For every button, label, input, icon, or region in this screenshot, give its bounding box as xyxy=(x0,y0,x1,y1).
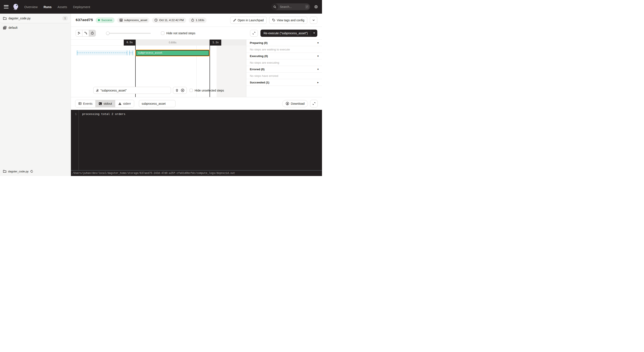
search-icon xyxy=(271,3,278,10)
log-fullscreen-button[interactable] xyxy=(310,100,318,107)
nav-link-runs[interactable]: Runs xyxy=(44,5,52,9)
panel-section-preparing[interactable]: Preparing (0) ▾ xyxy=(246,39,322,46)
gantt-section: 0.606s 0.5s 1.1s subprocess_asset xyxy=(71,39,322,97)
status-dot-icon xyxy=(98,19,100,21)
duration-tag: 1.163s xyxy=(189,17,207,23)
panel-section-succeeded[interactable]: Succeeded (1) ▸ xyxy=(246,79,322,86)
download-button[interactable]: Download xyxy=(282,100,308,107)
gantt-viewport[interactable]: 0.606s 0.5s 1.1s subprocess_asset xyxy=(71,39,246,97)
caret-down-icon: ▾ xyxy=(317,41,318,44)
events-table-icon xyxy=(78,102,82,105)
log-tabs-row: Events stdout stderr subprocess_asset Do… xyxy=(71,97,322,110)
nav-link-overview[interactable]: Overview xyxy=(24,5,38,9)
folder-icon xyxy=(3,170,6,173)
asset-tag-label: subprocess_asset xyxy=(124,18,147,22)
hamburger-menu-icon[interactable] xyxy=(4,5,8,8)
asset-tag[interactable]: subprocess_asset xyxy=(117,17,150,23)
hide-not-started-checkbox[interactable] xyxy=(161,31,164,35)
search-input[interactable] xyxy=(278,5,305,8)
chevron-down-icon xyxy=(312,19,315,21)
zoom-slider-track[interactable] xyxy=(106,33,151,34)
tab-events-label: Events xyxy=(83,102,92,105)
panel-section-errored[interactable]: Errored (0) ▾ xyxy=(246,66,322,72)
panel-empty-errored: No steps have errored xyxy=(246,72,322,79)
tab-stderr[interactable]: stderr xyxy=(115,100,134,107)
open-in-launchpad-button[interactable]: Open in Launchpad xyxy=(230,16,267,24)
tab-events[interactable]: Events xyxy=(76,100,96,107)
flat-view-button[interactable] xyxy=(76,30,82,36)
dagster-logo-icon[interactable] xyxy=(12,3,20,11)
sidebar-item-label: default xyxy=(8,26,18,29)
step-filter-row: Hide unselected steps xyxy=(93,87,224,94)
run-id: 637aed75 xyxy=(76,18,93,22)
timestamp-tag: Oct 11, 4:22:42 PM xyxy=(152,17,186,23)
nav-link-deployment[interactable]: Deployment xyxy=(73,5,90,9)
main-content: 637aed75 Success subprocess_asset Oct 11… xyxy=(71,14,322,176)
view-tags-config-button[interactable]: View tags and config xyxy=(269,16,307,24)
sidebar-repo-row[interactable]: dagster_code.py 1 xyxy=(0,14,71,23)
nav-link-assets[interactable]: Assets xyxy=(58,5,67,9)
sidebar-footer: dagster_code.py xyxy=(0,168,71,174)
reexecute-button[interactable]: Re-execute ("subprocess_asset") xyxy=(260,29,317,37)
waiting-indicator xyxy=(77,50,127,55)
duration-label: 1.163s xyxy=(196,18,204,22)
waterfall-view-icon xyxy=(84,31,87,35)
gantt-fullscreen-button[interactable] xyxy=(250,30,258,37)
hide-unselected-checkbox-row[interactable]: Hide unselected steps xyxy=(190,89,224,92)
hide-unselected-checkbox[interactable] xyxy=(190,89,193,92)
gantt-toolbar: Hide not started steps Re-execute ("subp… xyxy=(71,27,322,39)
top-nav: Overview Runs Assets Deployment / xyxy=(0,0,322,14)
timed-view-button[interactable] xyxy=(89,30,96,36)
download-label: Download xyxy=(291,102,305,105)
terminal-icon xyxy=(98,102,102,105)
gear-icon[interactable] xyxy=(314,5,318,9)
job-icon xyxy=(3,26,6,29)
step-duration-span: 0.606s xyxy=(136,39,210,45)
nav-links: Overview Runs Assets Deployment xyxy=(24,5,90,9)
reexecute-label: Re-execute ("subprocess_asset") xyxy=(260,31,311,35)
log-file-path: /Users/yuhan/dev/local/dagster_home/stor… xyxy=(71,170,322,176)
log-output[interactable]: 1 processing total 2 orders xyxy=(71,110,322,170)
step-selector-value: subprocess_asset xyxy=(142,102,166,105)
folder-icon xyxy=(3,17,6,20)
status-label: Success xyxy=(101,18,112,22)
step-selector-dropdown[interactable]: subprocess_asset xyxy=(139,100,176,107)
reexecute-menu-button[interactable] xyxy=(311,29,317,37)
view-mode-toggle xyxy=(76,30,96,37)
sidebar-item-default[interactable]: default xyxy=(0,23,71,32)
caret-down-icon xyxy=(313,32,315,34)
tab-stdout[interactable]: stdout xyxy=(96,100,115,107)
panel-section-title: Preparing (0) xyxy=(250,41,268,44)
search-box[interactable]: / xyxy=(271,3,310,10)
stopwatch-icon xyxy=(91,31,94,35)
reload-icon[interactable] xyxy=(30,170,33,173)
hide-not-started-checkbox-row[interactable]: Hide not started steps xyxy=(161,31,195,35)
download-icon xyxy=(286,102,289,105)
zoom-slider[interactable] xyxy=(106,31,151,35)
step-filter-input-wrap[interactable] xyxy=(93,87,171,94)
warning-triangle-icon xyxy=(118,102,122,105)
hide-not-started-label: Hide not started steps xyxy=(166,31,195,35)
clock-icon xyxy=(154,18,158,22)
gantt-step-bar[interactable]: subprocess_asset xyxy=(136,50,209,56)
search-shortcut-hint: / xyxy=(305,5,309,9)
tag-icon xyxy=(272,18,275,22)
zoom-slider-thumb[interactable] xyxy=(106,31,110,35)
filter-actions-group[interactable] xyxy=(173,87,187,94)
pencil-icon xyxy=(233,19,236,22)
step-duration-label: 0.606s xyxy=(169,41,176,44)
run-actions-menu-button[interactable] xyxy=(310,16,317,24)
caret-down-icon: ▾ xyxy=(317,68,318,71)
waiting-indicator-short xyxy=(129,50,133,55)
layers-icon[interactable] xyxy=(175,89,179,92)
panel-section-executing[interactable]: Executing (0) ▾ xyxy=(246,53,322,59)
step-start-time-tag: 0.5s xyxy=(124,39,136,45)
step-filter-input[interactable] xyxy=(100,89,169,92)
caret-right-icon: ▸ xyxy=(317,81,318,84)
waterfall-view-button[interactable] xyxy=(82,30,89,36)
clear-filter-icon[interactable] xyxy=(181,88,184,92)
log-line-number: 1 xyxy=(71,110,79,170)
panel-empty-executing: No steps are executing xyxy=(246,59,322,66)
step-end-time-tag: 1.1s xyxy=(210,39,221,45)
gantt-step-bar-label: subprocess_asset xyxy=(138,51,162,54)
